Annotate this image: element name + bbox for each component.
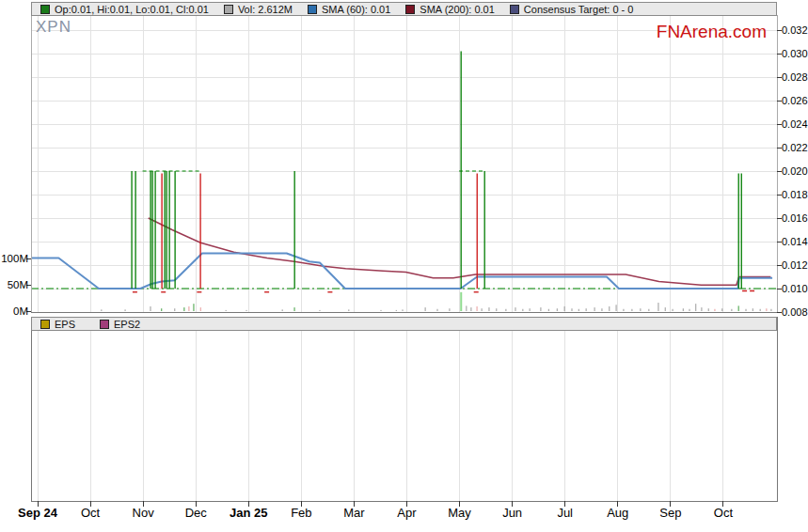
- price-legend-label: SMA (60): 0.01: [322, 4, 390, 15]
- brand-watermark: FNArena.com: [657, 22, 767, 42]
- price-legend-swatch-icon: [40, 5, 50, 14]
- price-legend-bar: Op:0.01, Hi:0.01, Lo:0.01, Cl:0.01Vol: 2…: [31, 2, 777, 16]
- price-legend-label: Consensus Target: 0 - 0: [524, 4, 634, 15]
- gridlines: [31, 15, 777, 501]
- price-tick-label: 0.010: [782, 283, 808, 294]
- date-tick-label: Dec: [166, 506, 226, 520]
- date-tick-label: Oct: [693, 506, 753, 520]
- price-tick-label: 0.026: [782, 95, 808, 106]
- price-chart: [0, 0, 808, 532]
- price-legend-label: Vol: 2.612M: [238, 4, 293, 15]
- price-tick-label: 0.032: [782, 24, 808, 36]
- price-tick-label: 0.028: [782, 71, 808, 83]
- candle-low-dashes: [133, 291, 756, 292]
- volume-tick-label: 0M: [0, 305, 28, 317]
- eps-legend-label: EPS: [55, 319, 75, 330]
- date-tick-label: Sep 24: [8, 506, 68, 520]
- price-legend-label: Op:0.01, Hi:0.01, Lo:0.01, Cl:0.01: [55, 4, 209, 15]
- price-tick-label: 0.020: [782, 165, 808, 177]
- date-tick-label: Jul: [535, 506, 595, 520]
- price-legend-item: Vol: 2.612M: [224, 4, 293, 15]
- price-tick-label: 0.024: [782, 118, 808, 130]
- eps-legend-bar: EPSEPS2: [31, 317, 777, 331]
- price-legend-swatch-icon: [308, 5, 317, 14]
- date-tick-label: May: [430, 506, 490, 520]
- price-tick-label: 0.016: [782, 212, 808, 224]
- date-tick-label: Oct: [60, 506, 120, 520]
- date-tick-label: Mar: [324, 506, 384, 520]
- price-legend-item: Op:0.01, Hi:0.01, Lo:0.01, Cl:0.01: [40, 4, 209, 15]
- candles-down: [162, 174, 477, 289]
- price-legend-item: SMA (200): 0.01: [405, 4, 495, 15]
- date-tick-label: Jan 25: [218, 506, 278, 520]
- volume-tick-label: 50M: [0, 279, 28, 290]
- price-tick-label: 0.030: [782, 48, 808, 59]
- date-tick-label: Feb: [271, 506, 331, 520]
- price-legend-item: SMA (60): 0.01: [308, 4, 390, 15]
- price-legend-label: SMA (200): 0.01: [420, 4, 495, 15]
- eps-legend-swatch-icon: [100, 320, 109, 329]
- price-tick-label: 0.014: [782, 236, 808, 247]
- price-legend-item: Consensus Target: 0 - 0: [510, 4, 634, 15]
- eps-legend-item: EPS2: [100, 319, 140, 330]
- price-tick-label: 0.022: [782, 142, 808, 153]
- eps-legend-label: EPS2: [114, 319, 140, 330]
- date-tick-label: Aug: [588, 506, 648, 520]
- price-tick-label: 0.012: [782, 259, 808, 271]
- date-tick-label: Sep: [641, 506, 701, 520]
- price-tick-label: 0.008: [782, 306, 808, 318]
- volume-tick-label: 100M: [0, 253, 28, 264]
- date-tick-label: Jun: [483, 506, 543, 520]
- price-tick-label: 0.018: [782, 189, 808, 200]
- price-legend-swatch-icon: [405, 5, 415, 14]
- symbol-label: XPN: [36, 18, 71, 37]
- date-tick-label: Apr: [376, 506, 436, 520]
- eps-legend-swatch-icon: [40, 320, 50, 329]
- axis-ticks: [26, 30, 782, 507]
- eps-legend-item: EPS: [40, 319, 75, 330]
- date-tick-label: Nov: [113, 506, 173, 520]
- price-legend-swatch-icon: [510, 5, 519, 14]
- price-legend-swatch-icon: [224, 5, 233, 14]
- sma60-line: [31, 254, 772, 289]
